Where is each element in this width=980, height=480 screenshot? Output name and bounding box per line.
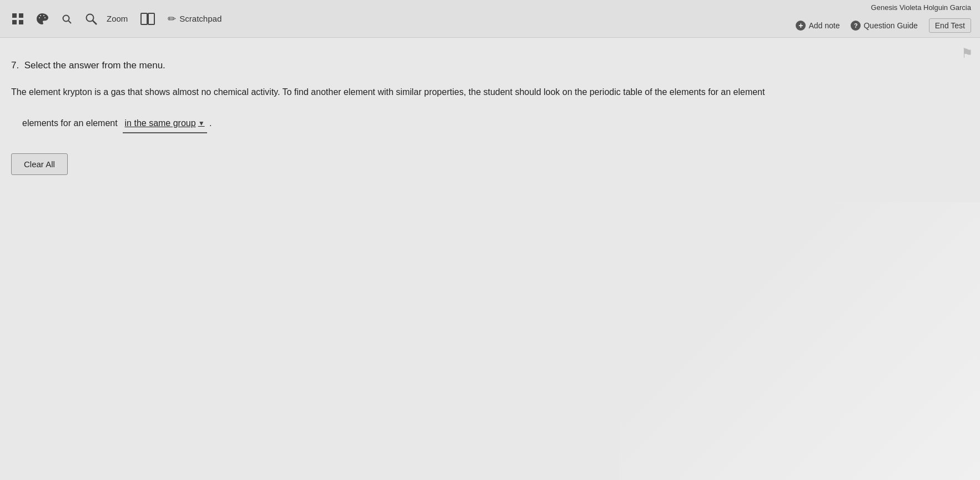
toolbar-left: Zoom ✏ Scratchpad bbox=[9, 10, 222, 28]
scratchpad-icon: ✏ bbox=[168, 13, 176, 25]
end-test-button[interactable]: End Test bbox=[929, 18, 971, 33]
background-decoration bbox=[619, 202, 980, 480]
svg-point-6 bbox=[87, 14, 94, 21]
svg-rect-8 bbox=[141, 13, 147, 24]
main-content: 7. Select the answer from the menu. The … bbox=[0, 38, 980, 192]
add-note-icon: + bbox=[796, 21, 806, 31]
svg-line-5 bbox=[69, 21, 72, 23]
question-guide-button[interactable]: ? Question Guide bbox=[851, 21, 917, 31]
dropdown-value: in the same group bbox=[125, 116, 196, 131]
user-name: Genesis Violeta Holguin Garcia bbox=[871, 3, 971, 12]
svg-rect-3 bbox=[19, 20, 23, 24]
grid-icon[interactable] bbox=[9, 10, 27, 28]
question-number: 7. Select the answer from the menu. bbox=[11, 60, 958, 71]
search-large-icon[interactable] bbox=[82, 10, 100, 28]
svg-rect-2 bbox=[12, 20, 17, 24]
svg-line-7 bbox=[93, 21, 97, 24]
svg-rect-0 bbox=[12, 13, 17, 18]
question-body-text: The element krypton is a gas that shows … bbox=[11, 87, 765, 97]
dropdown-arrow-icon: ▼ bbox=[198, 118, 205, 129]
add-note-label: Add note bbox=[808, 21, 840, 30]
scratchpad-button[interactable]: ✏ Scratchpad bbox=[168, 13, 222, 25]
svg-point-4 bbox=[63, 15, 69, 21]
search-small-icon[interactable] bbox=[58, 10, 76, 28]
book-icon[interactable] bbox=[139, 10, 157, 28]
question-instruction: Select the answer from the menu. bbox=[24, 60, 165, 71]
toolbar: Zoom ✏ Scratchpad Genesis Violeta Holgui… bbox=[0, 0, 980, 38]
flag-icon[interactable]: ⚑ bbox=[961, 46, 973, 61]
question-text: The element krypton is a gas that shows … bbox=[11, 84, 955, 133]
clear-all-button[interactable]: Clear All bbox=[11, 153, 68, 175]
question-guide-icon: ? bbox=[851, 21, 861, 31]
palette-icon[interactable] bbox=[33, 10, 51, 28]
svg-rect-1 bbox=[19, 13, 23, 18]
dropdown-selector[interactable]: in the same group ▼ bbox=[123, 114, 207, 133]
scratchpad-label: Scratchpad bbox=[179, 14, 222, 23]
question-guide-label: Question Guide bbox=[863, 21, 917, 30]
zoom-label: Zoom bbox=[107, 14, 128, 23]
answer-line: elements for an element in the same grou… bbox=[22, 118, 212, 128]
add-note-button[interactable]: + Add note bbox=[796, 21, 840, 31]
svg-rect-9 bbox=[148, 13, 154, 24]
question-text-after: . bbox=[209, 118, 212, 128]
